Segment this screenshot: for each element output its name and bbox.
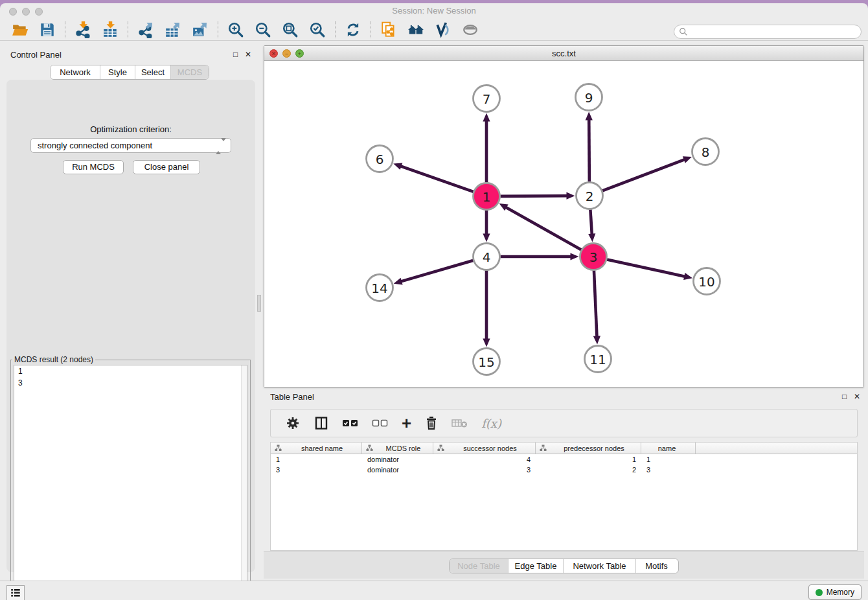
graph-edge-3-11[interactable] — [593, 270, 600, 344]
column-header-successor-nodes[interactable]: successor nodes — [433, 443, 536, 454]
cell-predecessor-nodes[interactable]: 1 — [536, 454, 641, 465]
graph-edge-2-9[interactable] — [586, 111, 593, 181]
tab-style[interactable]: Style — [100, 65, 135, 79]
export-table-icon[interactable] — [165, 21, 181, 38]
float-table-panel-icon[interactable]: □ — [842, 393, 847, 400]
import-table-icon[interactable] — [102, 21, 119, 38]
clear-table-icon[interactable] — [451, 417, 468, 429]
graph-node-8[interactable]: 8 — [692, 139, 719, 165]
result-scrollbar[interactable] — [241, 365, 247, 592]
zoom-selected-icon[interactable] — [309, 21, 326, 38]
tab-mcds[interactable]: MCDS — [170, 65, 209, 79]
graph-node-14[interactable]: 14 — [367, 275, 393, 301]
result-line: 3 — [14, 377, 247, 389]
select-stepper-icon — [216, 141, 226, 151]
open-session-icon[interactable] — [12, 21, 29, 38]
refresh-icon[interactable] — [345, 21, 361, 38]
memory-button[interactable]: Memory — [808, 584, 862, 600]
graph-node-2[interactable]: 2 — [577, 183, 603, 209]
save-session-icon[interactable] — [39, 21, 56, 38]
graph-edge-4-14[interactable] — [394, 260, 474, 284]
graph-node-6[interactable]: 6 — [367, 146, 393, 172]
graph-node-11[interactable]: 11 — [585, 346, 611, 373]
cell-shared-name[interactable]: 1 — [271, 454, 362, 465]
criterion-select[interactable]: strongly connected component — [30, 138, 231, 153]
export-image-icon[interactable] — [192, 21, 209, 38]
home-icon[interactable] — [407, 21, 424, 38]
column-header-MCDS-role[interactable]: MCDS role — [362, 443, 433, 454]
svg-text:10: 10 — [698, 274, 714, 290]
close-panel-button[interactable]: Close panel — [133, 160, 200, 174]
zoom-fit-icon[interactable] — [282, 21, 299, 38]
select-all-icon[interactable] — [342, 417, 359, 429]
network-file-icon[interactable] — [380, 21, 397, 38]
table-tabs: Node TableEdge TableNetwork TableMotifs — [449, 559, 679, 573]
graph-edge-2-8[interactable] — [602, 156, 692, 190]
table-header-row: shared nameMCDS rolesuccessor nodesprede… — [271, 443, 857, 454]
tab-motifs[interactable]: Motifs — [635, 559, 677, 573]
function-builder-fx-icon[interactable]: f(x) — [481, 417, 501, 430]
tab-network-table[interactable]: Network Table — [563, 559, 635, 573]
cell-successor-nodes[interactable]: 3 — [433, 465, 536, 475]
control-panel: Control Panel □ ✕ NetworkStyleSelectMCDS… — [5, 47, 256, 572]
tab-network[interactable]: Network — [51, 65, 100, 79]
column-header-name[interactable]: name — [641, 443, 696, 454]
graph-node-10[interactable]: 10 — [694, 268, 720, 295]
svg-text:1: 1 — [483, 189, 491, 205]
control-panel-tabs: NetworkStyleSelectMCDS — [50, 65, 209, 80]
run-mcds-button[interactable]: Run MCDS — [63, 160, 124, 174]
graph-node-4[interactable]: 4 — [474, 244, 500, 270]
search-box[interactable] — [674, 25, 862, 39]
graph-edge-2-3[interactable] — [588, 209, 595, 242]
node-table[interactable]: shared nameMCDS rolesuccessor nodesprede… — [270, 442, 858, 551]
graph-edge-3-10[interactable] — [607, 260, 692, 280]
cell-MCDS-role[interactable]: dominator — [362, 454, 433, 465]
graph-node-3[interactable]: 3 — [580, 244, 607, 270]
close-panel-icon[interactable]: ✕ — [245, 51, 251, 58]
cell-predecessor-nodes[interactable]: 2 — [536, 465, 641, 475]
cell-shared-name[interactable]: 3 — [271, 465, 362, 475]
search-input[interactable] — [688, 26, 861, 38]
close-table-panel-icon[interactable]: ✕ — [854, 393, 860, 400]
column-header-predecessor-nodes[interactable]: predecessor nodes — [536, 443, 641, 454]
tab-edge-table[interactable]: Edge Table — [508, 559, 563, 573]
network-window-titlebar[interactable]: ✕ − + scc.txt — [264, 46, 863, 61]
tab-node-table[interactable]: Node Table — [450, 559, 508, 573]
vertical-splitter-handle[interactable] — [257, 295, 261, 312]
graph-edge-1-4[interactable] — [483, 211, 490, 242]
delete-trash-icon[interactable] — [424, 415, 439, 431]
graph-edge-3-1[interactable] — [499, 203, 582, 249]
column-mapping-icon — [540, 444, 547, 452]
graph-edge-1-7[interactable] — [483, 113, 490, 183]
column-header-shared-name[interactable]: shared name — [271, 443, 362, 454]
mcds-result-textarea[interactable]: 1 3 — [14, 365, 247, 593]
zoom-out-icon[interactable] — [255, 21, 271, 38]
graph-node-1[interactable]: 1 — [474, 183, 500, 210]
cell-name[interactable]: 3 — [641, 465, 696, 475]
table-row[interactable]: 1dominator411 — [271, 454, 857, 465]
graph-node-15[interactable]: 15 — [474, 349, 500, 375]
network-overview-eye-icon[interactable] — [462, 21, 479, 38]
task-history-button[interactable] — [6, 585, 25, 600]
cell-name[interactable]: 1 — [641, 454, 696, 465]
float-panel-icon[interactable]: □ — [233, 51, 238, 58]
zoom-in-icon[interactable] — [227, 21, 244, 38]
cell-MCDS-role[interactable]: dominator — [362, 465, 433, 475]
network-view-canvas[interactable]: 7968124314101511 — [264, 61, 863, 387]
import-network-icon[interactable] — [74, 21, 91, 38]
graph-node-7[interactable]: 7 — [474, 86, 500, 112]
graph-edge-1-6[interactable] — [393, 163, 473, 191]
show-graphics-details-icon[interactable] — [435, 21, 451, 38]
export-network-icon[interactable] — [137, 21, 154, 38]
graph-edge-4-15[interactable] — [483, 271, 490, 347]
table-row[interactable]: 3dominator323 — [271, 465, 857, 475]
deselect-all-icon[interactable] — [372, 417, 389, 429]
column-settings-gear-icon[interactable] — [285, 415, 301, 431]
graph-edge-1-2[interactable] — [500, 192, 575, 200]
tab-select[interactable]: Select — [135, 65, 170, 79]
graph-node-9[interactable]: 9 — [576, 84, 602, 111]
graph-edge-4-3[interactable] — [501, 253, 579, 260]
cell-successor-nodes[interactable]: 4 — [433, 454, 536, 465]
add-row-plus-icon[interactable]: + — [402, 415, 411, 431]
split-view-icon[interactable] — [314, 415, 329, 431]
